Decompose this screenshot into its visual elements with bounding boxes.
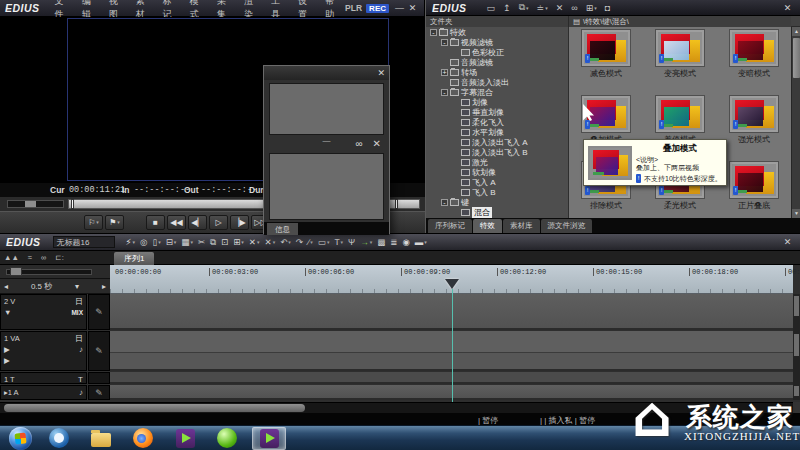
dialog-close-button[interactable]: ✕ — [377, 68, 385, 78]
tree-item[interactable]: -特效 — [426, 27, 568, 37]
tree-expander-icon[interactable]: - — [430, 29, 437, 36]
timeline-close-button[interactable]: ✕ — [781, 237, 794, 247]
delete-out-icon[interactable]: ✕▾ — [264, 237, 277, 247]
tree-expander-icon[interactable]: - — [441, 199, 448, 206]
effect-thumbnail[interactable]: ! — [730, 30, 778, 66]
grid-icon[interactable]: ▩ — [376, 237, 386, 247]
ripple-sync-icon[interactable]: ≈ — [28, 252, 32, 264]
copy-icon[interactable]: ⧉ — [209, 237, 217, 248]
remove-icon[interactable]: ✕ — [373, 139, 381, 149]
track-vertical-scrollbar[interactable] — [793, 294, 800, 400]
move-up-icon[interactable]: ↥ — [503, 2, 511, 13]
sort-icon[interactable]: ≐▾ — [537, 2, 548, 13]
position-thumb[interactable] — [71, 199, 74, 209]
loop-icon[interactable]: ∞ — [41, 252, 46, 264]
track-patch-icon[interactable]: ⊏: — [55, 252, 63, 264]
play-button[interactable]: ▷ — [209, 215, 228, 230]
shuttle-slider[interactable] — [7, 200, 64, 208]
tree-item[interactable]: 音频淡入淡出 — [426, 77, 568, 87]
export-project-icon[interactable]: ⊟▾ — [165, 237, 178, 247]
palette-titlebar[interactable]: EDIUS ▭↥⧉▾≐▾✕∞⊞▾◘ ✕ — [426, 0, 800, 16]
tree-item[interactable]: 音频滤镜 — [426, 57, 568, 67]
track-header-2v[interactable]: 2 V日 ▼MIX ✎ — [0, 294, 110, 330]
track-lock-strip[interactable]: ✎ — [88, 294, 110, 330]
tree-item[interactable]: 混合 — [426, 207, 568, 217]
track-lock-strip[interactable]: ✎ — [88, 385, 110, 400]
track-header-1va[interactable]: 1 VA日 ▶♪ ▶ ✎ — [0, 331, 110, 371]
tree-item[interactable]: -键 — [426, 197, 568, 207]
timeline-titlebar[interactable]: EDIUS 无标题16 ⚡▾◎▯▾⊟▾▦▾✂⧉⊡⊞▾✕▾✕▾↶▾↷∕▾▭▾T▾Ψ… — [0, 234, 800, 251]
palette-scrollbar[interactable]: ▲ ▼ — [791, 27, 800, 218]
tree-item[interactable]: 水平划像 — [426, 127, 568, 137]
tab-source-browser[interactable]: 源文件浏览 — [541, 219, 593, 233]
title-icon[interactable]: T▾ — [333, 237, 344, 247]
duplicate-icon[interactable]: ⧉▾ — [519, 2, 529, 13]
start-button[interactable] — [6, 427, 34, 450]
tree-item[interactable]: 激光 — [426, 157, 568, 167]
chain-icon[interactable]: ∞ — [355, 139, 362, 149]
tree-item[interactable]: 色彩校正 — [426, 47, 568, 57]
tab-sequence-marker[interactable]: 序列标记 — [428, 219, 472, 233]
mix-label[interactable]: MIX — [71, 309, 83, 316]
zoom-value[interactable]: 0.5 秒 — [31, 281, 52, 292]
new-folder-icon[interactable]: ▭ — [487, 2, 496, 13]
view-mode-icon[interactable]: ⊞▾ — [586, 2, 597, 13]
speaker-icon[interactable]: ♪ — [79, 345, 83, 354]
title-track-icon[interactable]: T — [78, 375, 83, 384]
scrollbar-thumb[interactable] — [794, 334, 799, 356]
info-tab[interactable]: 信息 — [267, 223, 298, 235]
delete-icon[interactable]: ✕ — [556, 2, 564, 13]
render-export-icon[interactable]: →▾ — [359, 237, 373, 247]
zoom-caret-icon[interactable]: ▾ — [75, 282, 79, 291]
step-back-button[interactable]: ◀▏ — [188, 215, 207, 230]
minimize-button[interactable]: — — [393, 3, 406, 13]
tree-item[interactable]: 软划像 — [426, 167, 568, 177]
track-lock-strip[interactable]: ✎ — [88, 331, 110, 371]
tab-bin[interactable]: 素材库 — [503, 219, 540, 233]
zoom-slider-thumb[interactable] — [10, 267, 22, 276]
scrollbar-thumb[interactable] — [793, 38, 800, 78]
cut-icon[interactable]: ✂ — [197, 237, 206, 247]
film-icon[interactable]: 日 — [75, 296, 83, 307]
film-icon[interactable]: 日 — [75, 333, 83, 344]
effect-thumbnail[interactable]: ! — [730, 162, 778, 198]
redo-icon[interactable]: ↷ — [295, 237, 304, 247]
tree-item[interactable]: 淡入淡出飞入 A — [426, 137, 568, 147]
arrow-icon[interactable]: ▶ — [4, 345, 10, 354]
track-header-1t[interactable]: 1 TT — [0, 372, 110, 384]
voiceover-icon[interactable]: Ψ — [347, 237, 356, 247]
tree-item[interactable]: 淡入淡出飞入 B — [426, 147, 568, 157]
tree-item[interactable]: -字幕混合 — [426, 87, 568, 97]
position-thumb-right[interactable] — [395, 199, 398, 209]
effect-thumbnail[interactable]: ! — [656, 96, 704, 132]
playhead-icon[interactable] — [445, 279, 459, 289]
divider-grip[interactable]: — — [323, 136, 331, 145]
new-clip-icon[interactable]: ▯▾ — [152, 237, 162, 247]
add-effect-icon[interactable]: ⚡▾ — [125, 237, 136, 247]
close-button[interactable]: ✕ — [406, 3, 419, 13]
tree-item[interactable]: 飞入 A — [426, 177, 568, 187]
track-header-1a[interactable]: ▸1 A♪ ✎ — [0, 385, 110, 400]
effect-thumbnail[interactable]: ! — [730, 96, 778, 132]
undo-icon[interactable]: ↶▾ — [279, 237, 292, 247]
tree-item[interactable]: 划像 — [426, 97, 568, 107]
dialog-titlebar[interactable]: ✕ — [264, 66, 389, 80]
taskbar-media-player-button[interactable] — [42, 427, 76, 450]
razor-icon[interactable]: ∕▾ — [307, 237, 314, 247]
replace-icon[interactable]: ⊞▾ — [232, 237, 245, 247]
tree-item[interactable]: +转场 — [426, 67, 568, 77]
mark-out-flag-button[interactable]: ⚑▾ — [105, 215, 124, 230]
scrollbar-thumb[interactable] — [794, 296, 799, 316]
tree-expander-icon[interactable]: - — [441, 39, 448, 46]
taskbar-browser-button[interactable] — [210, 427, 244, 450]
ripple-mode-icon[interactable]: ▭▾ — [317, 237, 331, 247]
effect-thumbnail[interactable]: ! — [656, 30, 704, 66]
paste-icon[interactable]: ⊡ — [220, 237, 229, 247]
effect-thumbnail[interactable]: ! — [582, 30, 630, 66]
zoom-left-icon[interactable]: ◂ — [4, 282, 8, 291]
sync-mode-icon[interactable]: ▲▲ — [4, 252, 19, 264]
capture-icon[interactable]: ◎ — [139, 237, 148, 247]
expand-track-icon[interactable]: ▼ — [4, 308, 11, 317]
mark-in-flag-button[interactable]: ⚐▾ — [84, 215, 103, 230]
tree-item[interactable]: 飞入 B — [426, 187, 568, 197]
